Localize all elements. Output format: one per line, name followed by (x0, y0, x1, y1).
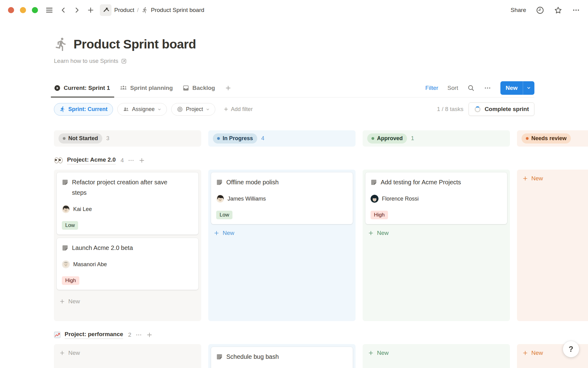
history-clock-icon[interactable] (536, 6, 544, 14)
card-refactor-project[interactable]: Refactor project creation after save ste… (57, 172, 198, 235)
new-label: New (223, 230, 234, 236)
column-headers: Not Started 3 In Progress 4 Approved 1 N… (54, 130, 588, 147)
column-header-needs-review[interactable]: Needs review (517, 130, 588, 147)
filter-link[interactable]: Filter (425, 85, 438, 91)
plus-icon (213, 230, 220, 236)
card-launch-beta[interactable]: Launch Acme 2.0 beta Masanori Abe High (57, 238, 198, 290)
backlog-box-icon (183, 85, 189, 91)
group-performance-lanes: New Schedule bug bash New (54, 344, 588, 368)
column-header-in-progress[interactable]: In Progress 4 (208, 130, 356, 147)
add-view-plus-icon[interactable] (225, 85, 232, 91)
help-button[interactable]: ? (563, 341, 579, 357)
tab-current-sprint[interactable]: Current: Sprint 1 (54, 79, 110, 97)
filter-chip-assignee[interactable]: Assignee (117, 103, 167, 116)
tab-sprint-planning[interactable]: Sprint planning (120, 79, 173, 97)
learn-sprints-link[interactable]: Learn how to use Sprints (54, 58, 127, 64)
new-button[interactable]: New (500, 81, 534, 95)
tab-label: Backlog (192, 85, 215, 91)
chevron-down-icon (206, 107, 210, 111)
view-options-icon[interactable] (484, 84, 491, 92)
sort-link[interactable]: Sort (447, 85, 458, 91)
new-card-button[interactable]: New (520, 172, 588, 185)
status-dot (371, 137, 374, 140)
tab-backlog[interactable]: Backlog (183, 79, 215, 97)
people-group-icon (120, 84, 127, 92)
filter-chip-sprint-current[interactable]: Sprint: Current (54, 103, 113, 116)
card-title: Add testing for Acme Projects (381, 177, 461, 187)
assignee-name: James Williams (228, 196, 266, 202)
sidebar-menu-icon[interactable] (45, 6, 53, 14)
view-tabs-row: Current: Sprint 1 Sprint planning Backlo… (54, 79, 534, 98)
card-title: Offline mode polish (226, 177, 279, 187)
more-options-icon[interactable] (572, 6, 580, 14)
close-window-button[interactable] (8, 7, 14, 13)
group-count: 4 (121, 157, 124, 164)
lane-not-started: Refactor project creation after save ste… (54, 170, 201, 321)
add-filter-label: Add filter (231, 106, 253, 113)
group-add-plus-icon[interactable] (146, 332, 153, 338)
avatar (62, 205, 70, 213)
group-title[interactable]: Project: performance (65, 331, 123, 339)
back-button[interactable] (60, 7, 67, 13)
group-count: 2 (128, 332, 131, 338)
column-count: 1 (411, 135, 414, 142)
filter-chip-project[interactable]: Project (171, 103, 215, 116)
learn-sprints-label: Learn how to use Sprints (54, 58, 118, 64)
page-runner-icon[interactable] (54, 37, 69, 52)
column-count: 3 (106, 135, 109, 142)
plus-icon (223, 106, 229, 112)
new-tab-button[interactable] (87, 6, 94, 14)
add-filter-button[interactable]: Add filter (223, 106, 253, 113)
complete-sprint-label: Complete sprint (484, 106, 529, 113)
group-more-icon[interactable] (128, 157, 134, 164)
assignee-name: Florence Rossi (382, 196, 419, 202)
card-schedule-bug-bash[interactable]: Schedule bug bash (211, 347, 353, 368)
workspace-hammer-icon[interactable] (100, 4, 111, 16)
new-card-button[interactable]: New (365, 347, 507, 359)
window-topbar: Product / Product Sprint board Share (0, 0, 588, 20)
external-link-icon (121, 58, 127, 64)
zoom-window-button[interactable] (32, 7, 38, 13)
column-name: In Progress (223, 135, 253, 142)
minimize-window-button[interactable] (20, 7, 26, 13)
group-header-acme: Project: Acme 2.0 4 (54, 155, 588, 166)
group-title[interactable]: Project: Acme 2.0 (67, 156, 116, 164)
forward-button[interactable] (74, 7, 80, 13)
assignee-name: Kai Lee (73, 206, 92, 213)
favorite-star-icon[interactable] (554, 6, 562, 14)
chip-label: Sprint: Current (68, 106, 107, 113)
column-count: 4 (261, 135, 264, 142)
group-header-performance: Project: performance 2 (54, 329, 588, 340)
column-header-not-started[interactable]: Not Started 3 (54, 130, 201, 147)
complete-sprint-button[interactable]: Complete sprint (469, 102, 534, 116)
new-card-button[interactable]: New (57, 295, 198, 308)
plus-icon (522, 175, 528, 182)
plus-icon (59, 350, 65, 356)
chevron-down-icon[interactable] (523, 81, 534, 95)
search-icon[interactable] (467, 84, 475, 92)
card-title: Launch Acme 2.0 beta (72, 243, 133, 253)
new-card-button[interactable]: New (365, 227, 507, 239)
breadcrumb-page[interactable]: Product Sprint board (151, 7, 204, 13)
lane-approved: Add testing for Acme Projects Florence R… (363, 170, 510, 321)
group-add-plus-icon[interactable] (138, 157, 145, 164)
group-more-icon[interactable] (135, 332, 142, 338)
share-button[interactable]: Share (511, 7, 526, 13)
page-content: Product Sprint board Learn how to use Sp… (0, 37, 588, 368)
assignee-name: Masanori Abe (73, 261, 107, 268)
sprint-progress-ring-icon (474, 106, 481, 113)
new-card-button[interactable]: New (57, 347, 198, 359)
new-card-button[interactable]: New (211, 227, 353, 239)
column-header-approved[interactable]: Approved 1 (363, 130, 510, 147)
new-label: New (531, 350, 543, 356)
card-offline-mode[interactable]: Offline mode polish James Williams Low (211, 172, 353, 224)
priority-badge: High (62, 276, 79, 285)
new-label: New (377, 350, 389, 356)
priority-badge: Low (216, 211, 232, 219)
page-icon (62, 179, 68, 198)
new-button-label: New (500, 81, 523, 95)
card-add-testing[interactable]: Add testing for Acme Projects Florence R… (365, 172, 507, 224)
card-title: Refactor project creation after save ste… (72, 177, 175, 198)
breadcrumb-root[interactable]: Product (114, 7, 134, 13)
new-label: New (377, 230, 389, 236)
